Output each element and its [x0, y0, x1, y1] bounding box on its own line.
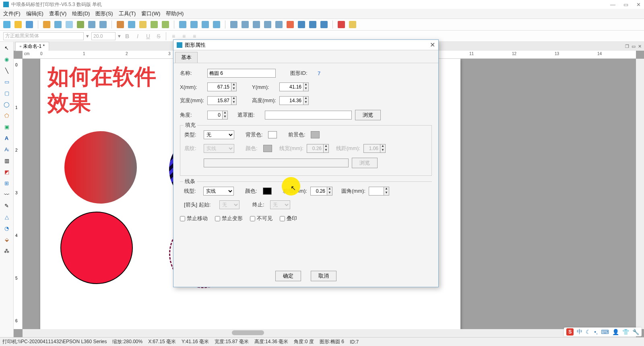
line-tool-icon[interactable]: ╲ — [2, 66, 11, 75]
table-tool-icon[interactable]: ⊞ — [2, 179, 11, 187]
italic-icon[interactable]: I — [134, 32, 142, 40]
redo-icon[interactable] — [162, 21, 169, 28]
line-color-swatch[interactable] — [263, 187, 272, 195]
menu-draw[interactable]: 绘图(D) — [72, 10, 90, 17]
red-circle-shape[interactable] — [60, 212, 133, 284]
barcode-tool-icon[interactable]: ▥ — [2, 156, 11, 165]
menu-file[interactable]: 文件(F) — [3, 10, 21, 17]
close-window-button[interactable]: ✕ — [636, 2, 641, 8]
select-tool-icon[interactable]: ↖ — [2, 43, 11, 52]
corner-spin-down[interactable]: ▼ — [384, 191, 389, 195]
arc-tool-icon[interactable]: ◔ — [2, 224, 11, 233]
align-icon[interactable] — [253, 21, 260, 28]
undo-icon[interactable] — [151, 21, 158, 28]
angle-input[interactable] — [207, 111, 223, 119]
lock-move-checkbox[interactable]: 禁止移动 — [180, 215, 208, 222]
vertical-scrollbar[interactable] — [636, 59, 644, 329]
bg-color-swatch[interactable] — [268, 131, 277, 138]
curve-tool-icon[interactable]: 〰 — [2, 190, 11, 199]
font-size-input[interactable] — [91, 32, 116, 40]
x-spin-down[interactable]: ▼ — [231, 87, 236, 91]
zoom-in-icon[interactable] — [179, 21, 186, 28]
ime-shirt-icon[interactable]: 👕 — [622, 329, 629, 335]
y-input[interactable] — [279, 82, 303, 91]
font-name-input[interactable] — [3, 32, 84, 40]
document-tab[interactable]: ▫ 未命名-1 * — [15, 42, 49, 51]
lw-spin-down[interactable]: ▼ — [327, 191, 332, 195]
name-input[interactable] — [207, 69, 276, 78]
gradient-circle-shape[interactable] — [64, 131, 137, 204]
ime-comma-icon[interactable]: •, — [594, 329, 598, 335]
line-type-select[interactable]: 实线 — [203, 187, 234, 196]
zoom-fit-icon[interactable] — [202, 21, 209, 28]
ungroup-icon[interactable] — [242, 21, 249, 28]
fg-color-swatch[interactable] — [311, 131, 320, 138]
fill-tool-icon[interactable]: ⬙ — [2, 235, 11, 244]
ime-settings-icon[interactable]: 🔧 — [632, 329, 639, 335]
cut-icon[interactable] — [117, 21, 124, 28]
bold-icon[interactable]: B — [123, 32, 131, 40]
gear-icon[interactable] — [43, 21, 50, 28]
mask-input[interactable] — [265, 111, 352, 119]
print-icon[interactable] — [54, 21, 62, 28]
round-rect-tool-icon[interactable]: ▢ — [2, 89, 11, 97]
export-icon[interactable] — [349, 21, 356, 28]
maximize-button[interactable]: ▭ — [623, 2, 628, 8]
database-icon[interactable] — [77, 21, 84, 28]
zoom-100-icon[interactable] — [213, 21, 220, 28]
qrcode-tool-icon[interactable]: ◩ — [2, 167, 11, 176]
corner-input[interactable] — [369, 187, 384, 196]
underline-icon[interactable]: U — [144, 32, 152, 40]
align-left-icon[interactable]: ≡ — [169, 32, 178, 40]
strike-icon[interactable]: S — [155, 32, 163, 40]
polygon-tool-icon[interactable]: ⬠ — [2, 111, 11, 120]
font-size-dropdown-icon[interactable]: ▾ — [118, 33, 121, 39]
invisible-checkbox[interactable]: 不可见 — [250, 215, 272, 222]
overprint-checkbox[interactable]: 叠印 — [280, 215, 297, 222]
ime-icon[interactable]: S — [566, 328, 574, 336]
menu-help[interactable]: 帮助(H) — [166, 10, 184, 17]
dialog-titlebar[interactable]: 图形属性 ✕ — [173, 40, 438, 50]
lock-transform-checkbox[interactable]: 禁止变形 — [215, 215, 243, 222]
font-dropdown-icon[interactable]: ▾ — [86, 33, 89, 39]
dialog-close-button[interactable]: ✕ — [430, 41, 435, 49]
ime-moon-icon[interactable]: ☾ — [586, 329, 591, 335]
ellipse-tool-icon[interactable]: ◯ — [2, 100, 11, 109]
pdf-icon[interactable] — [338, 21, 345, 28]
group-icon[interactable] — [230, 21, 237, 28]
distribute-icon[interactable] — [264, 21, 271, 28]
tab-restore-icon[interactable]: ❐ — [625, 44, 629, 49]
tab-max-icon[interactable]: ▭ — [632, 44, 636, 49]
w-input[interactable] — [207, 96, 231, 105]
ok-button[interactable]: 确定 — [275, 271, 301, 281]
props-icon[interactable] — [320, 21, 328, 28]
cancel-button[interactable]: 取消 — [311, 271, 336, 281]
open-icon[interactable] — [14, 21, 22, 28]
horizontal-scrollbar[interactable] — [23, 329, 636, 337]
headline-text[interactable]: 如何在软件 效果 — [47, 64, 156, 116]
paste-icon[interactable] — [139, 21, 147, 28]
tab-close-icon[interactable]: ✕ — [638, 44, 642, 49]
ime-person-icon[interactable]: 👤 — [612, 329, 619, 335]
y-spin-down[interactable]: ▼ — [303, 87, 308, 91]
zoom-out-icon[interactable] — [190, 21, 198, 28]
lock-icon[interactable] — [298, 21, 305, 28]
pan-tool-icon[interactable]: ◉ — [2, 55, 11, 64]
new-icon[interactable] — [3, 21, 10, 28]
rect-tool-icon[interactable]: ▭ — [2, 77, 11, 86]
menu-tool[interactable]: 工具(T) — [119, 10, 136, 17]
tab-basic[interactable]: 基本 — [175, 52, 198, 63]
h-spin-down[interactable]: ▼ — [303, 101, 308, 105]
front-icon[interactable] — [275, 21, 283, 28]
layers-icon[interactable] — [309, 21, 316, 28]
image-tool-icon[interactable]: ▣ — [2, 122, 11, 131]
menu-view[interactable]: 查看(V) — [49, 10, 66, 17]
text-tool-icon[interactable]: A — [2, 134, 11, 142]
x-input[interactable] — [207, 82, 231, 91]
save-icon[interactable] — [26, 21, 33, 28]
align-center-icon[interactable]: ≡ — [180, 32, 188, 40]
w-spin-down[interactable]: ▼ — [231, 101, 236, 105]
bezier-tool-icon[interactable]: ✎ — [2, 201, 11, 210]
eyedrop-tool-icon[interactable]: ⁂ — [2, 246, 11, 255]
h-input[interactable] — [279, 96, 303, 105]
